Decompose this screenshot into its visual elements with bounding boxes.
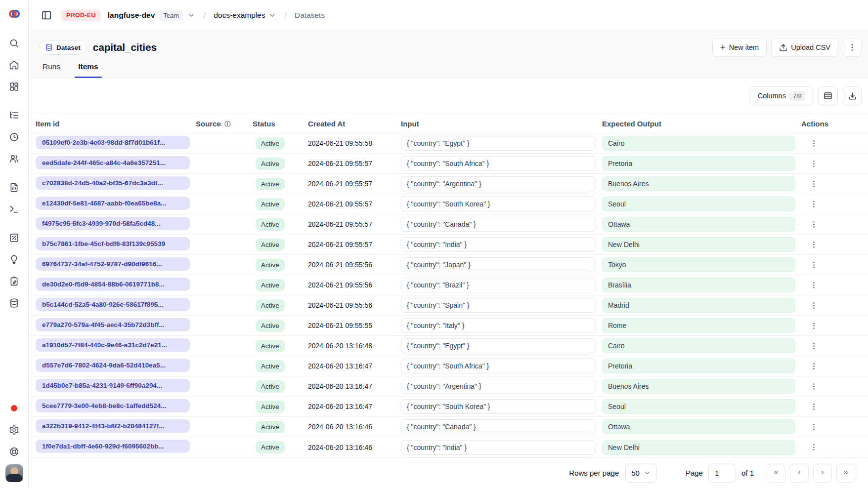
row-actions-button[interactable] — [806, 176, 821, 191]
input-cell[interactable]: { "country": "South Korea" } — [401, 399, 596, 414]
input-cell[interactable]: { "country": "South Africa" } — [401, 359, 596, 373]
project-switcher[interactable]: docs-examples — [214, 11, 276, 20]
item-id-link[interactable]: de30d2e0-f5d9-4854-88b6-0619771b8... — [36, 278, 190, 291]
input-cell[interactable]: { "country": "Egypt" } — [401, 338, 596, 353]
item-id-link[interactable]: b5c144cd-52a5-4a80-926e-58617f895... — [36, 298, 190, 311]
expected-output-cell[interactable]: Buenos Aires — [602, 176, 795, 191]
row-actions-button[interactable] — [806, 136, 821, 151]
expected-output-cell[interactable]: New Delhi — [602, 440, 795, 455]
row-actions-button[interactable] — [806, 217, 821, 232]
nav-tracing[interactable] — [5, 106, 23, 124]
org-switcher[interactable]: langfuse-dev Team — [108, 10, 195, 21]
item-id-link[interactable]: 5cee7779-3e00-4eb8-be8c-1affedd524... — [36, 399, 190, 412]
expected-output-cell[interactable]: Buenos Aires — [602, 379, 795, 394]
sidebar-toggle-button[interactable] — [39, 7, 54, 23]
expected-output-cell[interactable]: Madrid — [602, 298, 795, 313]
next-page-button[interactable]: › — [813, 464, 832, 483]
tab-runs[interactable]: Runs — [39, 62, 64, 78]
user-avatar[interactable] — [5, 464, 23, 482]
input-cell[interactable]: { "country": "Argentina" } — [401, 379, 596, 394]
input-cell[interactable]: { "country": "South Africa" } — [401, 156, 596, 171]
nav-json[interactable] — [5, 178, 23, 196]
input-cell[interactable]: { "country": "Brazil" } — [401, 278, 596, 292]
nav-sessions[interactable] — [5, 128, 23, 146]
row-actions-button[interactable] — [806, 318, 821, 333]
row-actions-button[interactable] — [806, 156, 821, 171]
expected-output-cell[interactable]: New Delhi — [602, 237, 795, 252]
item-id-link[interactable]: 1d45b0e7-b85a-4231-9149-6ff90a294... — [36, 379, 190, 392]
expected-output-cell[interactable]: Seoul — [602, 197, 795, 211]
item-id-link[interactable]: a322b319-9412-4f43-b8f2-b20484127f... — [36, 419, 190, 433]
upload-csv-button[interactable]: Upload CSV — [771, 38, 838, 57]
expected-output-cell[interactable]: Pretoria — [602, 359, 795, 373]
expected-output-cell[interactable]: Ottawa — [602, 217, 795, 232]
item-id-link[interactable]: f4975c95-5fc3-4939-970d-58fa5cd48... — [36, 217, 190, 230]
item-id-link[interactable]: 69764737-34af-4752-9787-d90df9616... — [36, 257, 190, 271]
row-actions-button[interactable] — [806, 278, 821, 292]
row-height-button[interactable] — [818, 86, 838, 105]
first-page-button[interactable]: « — [767, 464, 785, 483]
input-cell[interactable]: { "country": "Egypt" } — [401, 136, 596, 151]
expected-output-cell[interactable]: Seoul — [602, 399, 795, 414]
input-cell[interactable]: { "country": "Italy" } — [401, 318, 596, 333]
nav-search[interactable] — [5, 34, 23, 52]
users-icon — [9, 154, 19, 164]
row-actions-button[interactable] — [806, 197, 821, 211]
nav-annotation[interactable] — [5, 272, 23, 290]
nav-playground[interactable] — [5, 200, 23, 218]
expected-output-cell[interactable]: Cairo — [602, 338, 795, 353]
nav-datasets[interactable] — [5, 294, 23, 312]
nav-dashboards[interactable] — [5, 78, 23, 95]
item-id-link[interactable]: 05109ef0-2e3b-4e03-98dd-8f7d01b61f... — [36, 136, 190, 149]
item-id-link[interactable]: b75c7861-1fbe-45cf-bdf6-83f139c95539 — [36, 237, 190, 250]
input-cell[interactable]: { "country": "Japan" } — [401, 257, 596, 272]
input-cell[interactable]: { "country": "Canada" } — [401, 217, 596, 232]
last-page-button[interactable]: » — [836, 464, 855, 483]
row-actions-button[interactable] — [806, 257, 821, 272]
nav-support[interactable] — [5, 443, 23, 460]
row-actions-button[interactable] — [806, 359, 821, 373]
new-item-button[interactable]: + New item — [712, 38, 767, 57]
input-cell[interactable]: { "country": "India" } — [401, 237, 596, 252]
row-actions-button[interactable] — [806, 419, 821, 434]
row-actions-button[interactable] — [806, 379, 821, 394]
rows-per-page-select[interactable]: 50 — [625, 464, 657, 483]
item-id-link[interactable]: 1f0e7da1-dbff-4e60-929d-f6095602bb... — [36, 440, 190, 453]
columns-button[interactable]: Columns 7/8 — [750, 86, 813, 105]
input-cell[interactable]: { "country": "India" } — [401, 440, 596, 455]
item-id-link[interactable]: e779a270-579a-4f45-aec4-35b72d3bff... — [36, 318, 190, 331]
expected-output-cell[interactable]: Cairo — [602, 136, 795, 151]
table-row: 5cee7779-3e00-4eb8-be8c-1affedd524... Ac… — [29, 397, 868, 417]
row-actions-button[interactable] — [806, 298, 821, 313]
item-id-link[interactable]: e12430df-5e81-4687-aabb-f0ea65be8a... — [36, 197, 190, 210]
nav-users[interactable] — [5, 150, 23, 167]
nav-settings[interactable] — [5, 421, 23, 439]
item-id-link[interactable]: a1910d57-7f84-440c-9e46-a31c2d7e21... — [36, 338, 190, 352]
input-cell[interactable]: { "country": "Spain" } — [401, 298, 596, 313]
row-actions-button[interactable] — [806, 237, 821, 252]
expected-output-cell[interactable]: Ottawa — [602, 419, 795, 434]
row-actions-button[interactable] — [806, 338, 821, 353]
recording-indicator[interactable] — [5, 399, 23, 417]
expected-output-cell[interactable]: Brasília — [602, 278, 795, 292]
row-actions-button[interactable] — [806, 399, 821, 414]
expected-output-cell[interactable]: Rome — [602, 318, 795, 333]
nav-home[interactable] — [5, 56, 23, 74]
page-actions-menu-button[interactable] — [843, 38, 862, 57]
expected-output-cell[interactable]: Pretoria — [602, 156, 795, 171]
input-cell[interactable]: { "country": "South Korea" } — [401, 197, 596, 211]
nav-insights[interactable] — [5, 250, 23, 268]
previous-page-button[interactable]: ‹ — [790, 464, 809, 483]
expected-output-cell[interactable]: Tokyo — [602, 257, 795, 272]
item-id-link[interactable]: c702838d-24d5-40a2-bf35-67dc3a3df... — [36, 176, 190, 190]
nav-evals[interactable] — [5, 229, 23, 246]
row-actions-button[interactable] — [806, 440, 821, 455]
item-id-link[interactable]: d557e7d6-7802-4624-9da6-52d410ea5... — [36, 359, 190, 372]
input-cell[interactable]: { "country": "Argentina" } — [401, 176, 596, 191]
item-id-link[interactable]: eed5dafe-244f-465c-a84c-4a6e357251... — [36, 156, 190, 169]
tab-items[interactable]: Items — [75, 62, 102, 78]
table-row: 05109ef0-2e3b-4e03-98dd-8f7d01b61f... Ac… — [29, 133, 868, 154]
export-button[interactable] — [843, 86, 862, 105]
input-cell[interactable]: { "country": "Canada" } — [401, 419, 596, 434]
page-number-input[interactable] — [708, 464, 736, 483]
